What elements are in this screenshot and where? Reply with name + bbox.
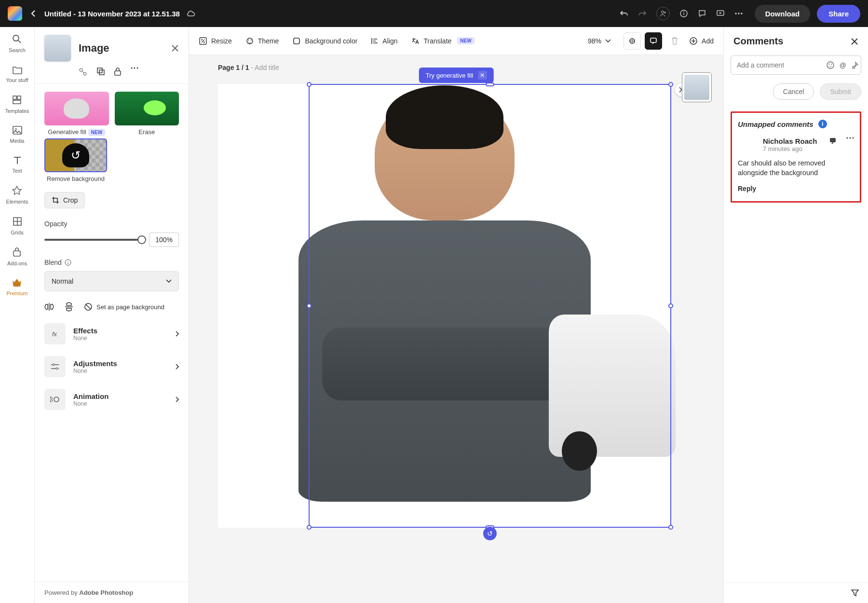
toolbar-bg-color[interactable]: Background color [292, 37, 357, 45]
crop-button[interactable]: Crop [44, 192, 85, 208]
submit-comment-button[interactable]: Submit [820, 83, 861, 100]
svg-point-31 [248, 40, 249, 41]
lock-icon[interactable] [114, 67, 122, 77]
svg-point-6 [741, 13, 743, 14]
page-indicator[interactable]: Page 1 / 1 - Add title [218, 64, 279, 71]
panel-footer: Powered by Adobe Photoshop [35, 582, 189, 603]
app-logo[interactable] [8, 6, 22, 21]
comment-item[interactable]: Nicholas Roach 7 minutes ago Car should … [738, 137, 854, 192]
svg-rect-35 [651, 38, 656, 42]
close-comments-icon[interactable] [851, 38, 858, 45]
svg-rect-8 [13, 96, 16, 99]
generative-fill-pill[interactable]: Try generative fill✕ [419, 68, 494, 83]
duplicate-icon[interactable] [96, 67, 105, 77]
redo-icon[interactable] [638, 10, 647, 17]
rail-your-stuff[interactable]: Your stuff [6, 65, 28, 83]
svg-point-28 [54, 397, 59, 402]
download-button[interactable]: Download [755, 5, 811, 23]
set-page-bg[interactable]: Set as page background [84, 302, 164, 311]
comment-time: 7 minutes ago [763, 145, 824, 152]
accordion-animation[interactable]: AnimationNone [44, 389, 179, 410]
svg-rect-14 [14, 251, 20, 256]
accordion-adjustments[interactable]: AdjustmentsNone [44, 356, 179, 377]
svg-point-22 [136, 67, 138, 69]
emoji-icon[interactable] [826, 61, 835, 69]
rail-addons[interactable]: Add-ons [7, 247, 27, 266]
comment-input[interactable]: @ [731, 55, 861, 75]
rail-text[interactable]: Text [12, 155, 22, 174]
toolbar-comments-toggle[interactable] [645, 32, 662, 50]
tile-erase[interactable]: Erase [115, 92, 179, 136]
top-bar: Untitled - 13 November 2023 at 12.51.38 … [0, 0, 868, 27]
toolbar-align[interactable]: Align [371, 37, 397, 45]
rail-elements[interactable]: Elements [6, 185, 28, 205]
reply-link[interactable]: Reply [738, 185, 854, 192]
toolbar-resize[interactable]: Resize [199, 37, 232, 45]
rail-templates[interactable]: Templates [5, 95, 29, 114]
cancel-comment-button[interactable]: Cancel [773, 83, 814, 100]
handle-bl[interactable] [307, 525, 312, 530]
canvas-page[interactable]: ↺ [218, 84, 671, 528]
svg-point-41 [846, 137, 848, 138]
undo-icon[interactable] [620, 10, 628, 17]
info-icon[interactable]: i [818, 120, 827, 128]
page-thumbnail[interactable] [682, 72, 712, 102]
canvas-main[interactable]: Page 1 / 1 - Add title Try generative fi… [189, 55, 723, 603]
comment-bubble-icon[interactable] [829, 137, 837, 145]
opacity-value[interactable]: 100% [149, 233, 179, 247]
cloud-sync-icon[interactable] [186, 10, 195, 17]
handle-tm[interactable] [486, 82, 494, 86]
close-pill-icon: ✕ [478, 71, 487, 80]
tile-generative-fill[interactable]: Generative fillNEW [44, 92, 109, 136]
tile-remove-background[interactable]: Remove background [44, 138, 107, 182]
svg-rect-33 [294, 38, 299, 44]
blend-select[interactable]: Normal [44, 271, 179, 291]
handle-mr[interactable] [668, 303, 673, 308]
accordion-effects[interactable]: fx EffectsNone [44, 323, 179, 344]
properties-panel: Image Generative fillNEW Erase [35, 27, 189, 603]
svg-point-39 [831, 64, 832, 65]
share-button[interactable]: Share [817, 5, 860, 23]
comment-more-icon[interactable] [846, 137, 854, 139]
ai-tools-icon[interactable] [78, 67, 88, 77]
selection-thumbnail [44, 35, 71, 61]
flip-horizontal-icon[interactable] [44, 302, 54, 311]
toolbar-delete-icon[interactable] [666, 32, 683, 50]
toolbar-grid-icon[interactable] [624, 32, 641, 50]
opacity-label: Opacity [44, 220, 179, 228]
canvas-toolbar: Resize Theme Background color Align Tran… [189, 27, 723, 55]
handle-ml[interactable] [307, 303, 312, 308]
zoom-control[interactable]: 98% [588, 37, 611, 45]
blend-label: Blend [44, 259, 179, 266]
help-icon[interactable] [679, 9, 688, 18]
rail-search[interactable]: Search [9, 34, 26, 53]
document-title[interactable]: Untitled - 13 November 2023 at 12.51.38 [44, 10, 180, 18]
rail-grids[interactable]: Grids [11, 216, 23, 235]
more-options-icon[interactable] [130, 67, 139, 77]
handle-tr[interactable] [668, 82, 673, 87]
mention-icon[interactable]: @ [840, 61, 846, 69]
handle-tl[interactable] [307, 82, 312, 87]
rail-premium[interactable]: Premium [6, 278, 27, 296]
comment-icon[interactable] [698, 9, 706, 18]
rail-media[interactable]: Media [10, 125, 25, 144]
filter-comments-icon[interactable] [851, 589, 859, 597]
handle-br[interactable] [668, 525, 673, 530]
present-icon[interactable] [716, 9, 725, 18]
opacity-slider[interactable] [44, 239, 142, 241]
close-panel-icon[interactable] [171, 44, 179, 52]
invite-user-icon[interactable] [656, 7, 670, 20]
selection-box[interactable]: ↺ [309, 84, 671, 528]
flip-vertical-icon[interactable] [65, 302, 73, 312]
toolbar-theme[interactable]: Theme [245, 37, 279, 45]
svg-point-27 [56, 368, 58, 370]
svg-point-5 [738, 13, 740, 14]
svg-point-20 [131, 67, 132, 69]
undo-fab-icon[interactable]: ↺ [483, 527, 497, 540]
toolbar-translate[interactable]: TranslateNEW [411, 37, 474, 45]
comment-input-field[interactable] [737, 61, 821, 69]
toolbar-add[interactable]: Add [689, 37, 714, 45]
back-button[interactable] [31, 10, 36, 17]
more-icon[interactable] [734, 13, 743, 14]
pin-icon[interactable] [851, 61, 859, 69]
